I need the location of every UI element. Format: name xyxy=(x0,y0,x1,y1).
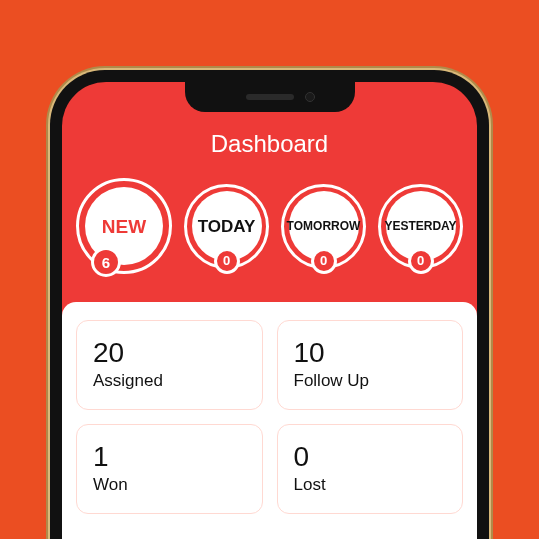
stat-value: 1 xyxy=(93,441,246,473)
stat-card-lost[interactable]: 0 Lost xyxy=(277,424,464,514)
filter-pill-count: 0 xyxy=(408,248,434,274)
stat-card-won[interactable]: 1 Won xyxy=(76,424,263,514)
phone-screen: Dashboard NEW 6 TODAY 0 TOMORROW 0 xyxy=(62,82,477,539)
page-title: Dashboard xyxy=(62,130,477,158)
dashboard-content: 20 Assigned 10 Follow Up 1 Won 0 Lost xyxy=(62,302,477,539)
filter-pill-count: 0 xyxy=(214,248,240,274)
front-camera xyxy=(305,92,315,102)
power-button xyxy=(489,230,493,305)
filter-pill-count: 6 xyxy=(91,247,121,277)
stat-card-assigned[interactable]: 20 Assigned xyxy=(76,320,263,410)
stat-value: 20 xyxy=(93,337,246,369)
filter-pills-row: NEW 6 TODAY 0 TOMORROW 0 YESTERDAY xyxy=(62,158,477,302)
filter-pill-yesterday[interactable]: YESTERDAY 0 xyxy=(378,178,463,274)
stat-label: Follow Up xyxy=(294,371,447,391)
stat-label: Lost xyxy=(294,475,447,495)
filter-pill-today[interactable]: TODAY 0 xyxy=(184,178,269,274)
speaker-grille xyxy=(246,94,294,100)
filter-pill-count: 0 xyxy=(311,248,337,274)
stat-label: Assigned xyxy=(93,371,246,391)
phone-notch xyxy=(185,82,355,112)
stats-grid: 20 Assigned 10 Follow Up 1 Won 0 Lost xyxy=(76,320,463,514)
stat-value: 10 xyxy=(294,337,447,369)
stat-card-followup[interactable]: 10 Follow Up xyxy=(277,320,464,410)
filter-pill-new[interactable]: NEW 6 xyxy=(76,178,172,274)
stat-value: 0 xyxy=(294,441,447,473)
phone-frame: Dashboard NEW 6 TODAY 0 TOMORROW 0 xyxy=(50,70,489,539)
filter-pill-tomorrow[interactable]: TOMORROW 0 xyxy=(281,178,366,274)
stat-label: Won xyxy=(93,475,246,495)
